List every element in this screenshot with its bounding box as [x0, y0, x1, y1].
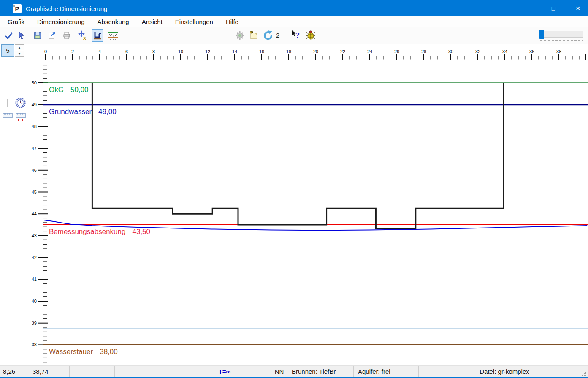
- export-icon[interactable]: [47, 30, 57, 41]
- svg-text:41: 41: [32, 277, 37, 282]
- svg-text:49: 49: [32, 102, 37, 107]
- svg-text:22: 22: [340, 49, 345, 54]
- maximize-button[interactable]: □: [544, 0, 563, 16]
- level-label-okg: OkG50,00: [49, 86, 89, 94]
- svg-text:24: 24: [367, 49, 372, 54]
- save-icon[interactable]: [33, 30, 43, 41]
- svg-text:0: 0: [44, 49, 47, 54]
- toolbar: x: [0, 27, 588, 44]
- svg-text:8: 8: [152, 49, 155, 54]
- interval-spinner: 5 ▲ ▼: [1, 44, 24, 57]
- window-title: Graphische Dimensionierung: [26, 5, 107, 12]
- svg-text:x: x: [83, 35, 86, 41]
- horizontal-ruler: 02468101214161820222426283032343638: [44, 49, 586, 60]
- status-aquifer: Aquifer: frei: [354, 366, 419, 377]
- resize-grip-icon[interactable]: [582, 372, 586, 376]
- svg-text:45: 45: [32, 190, 37, 195]
- svg-text:42: 42: [32, 255, 37, 260]
- soil-layers-icon[interactable]: [108, 30, 118, 41]
- cursor-crosshair: [43, 60, 588, 365]
- svg-text:10: 10: [178, 49, 183, 54]
- vertical-ruler: 50494847464544434241403938: [32, 65, 48, 362]
- zoom-slider[interactable]: [539, 30, 583, 42]
- drawdown-chart[interactable]: 0246810121416182022242628303234363850494…: [0, 44, 588, 365]
- svg-text:36: 36: [529, 49, 534, 54]
- menu-ansicht[interactable]: Ansicht: [135, 16, 169, 27]
- redraw-count: 2: [276, 32, 279, 39]
- debug-icon[interactable]: [305, 30, 315, 41]
- zoom-slider-track[interactable]: [539, 31, 583, 38]
- svg-text:47: 47: [32, 146, 37, 151]
- svg-text:18: 18: [286, 49, 291, 54]
- print-icon[interactable]: [62, 30, 72, 41]
- menu-einstellungen[interactable]: Einstellungen: [169, 16, 219, 27]
- svg-text:2: 2: [71, 49, 74, 54]
- svg-text:?: ?: [296, 31, 300, 40]
- confirm-icon[interactable]: [4, 30, 14, 41]
- svg-text:32: 32: [475, 49, 480, 54]
- svg-text:48: 48: [32, 124, 37, 129]
- svg-text:50: 50: [32, 80, 37, 85]
- spinner-value[interactable]: 5: [1, 44, 14, 57]
- plot-workspace: 0246810121416182022242628303234363850494…: [0, 44, 588, 365]
- status-cursor-y: 38,74: [30, 366, 70, 377]
- menu-bar: Grafik Dimensionierung Absenkung Ansicht…: [0, 16, 588, 27]
- svg-text:28: 28: [421, 49, 426, 54]
- context-help-icon[interactable]: ?: [291, 30, 301, 41]
- status-cell-7: [243, 366, 271, 377]
- level-label-wasserstauer: Wasserstauer38,00: [49, 348, 118, 356]
- menu-dimensionierung[interactable]: Dimensionierung: [31, 16, 91, 27]
- svg-text:38: 38: [556, 49, 561, 54]
- svg-text:43: 43: [32, 233, 37, 238]
- status-cell-5: [161, 366, 206, 377]
- zoom-slider-thumb[interactable]: [539, 30, 544, 39]
- svg-text:38: 38: [32, 342, 37, 347]
- status-file-text: Datei: gr-komplex: [480, 368, 529, 375]
- spinner-down-button[interactable]: ▼: [15, 51, 24, 57]
- level-label-bemessungsabsenkung: Bemessungsabsenkung43,50: [49, 228, 150, 236]
- status-cursor-x: 8,26: [0, 366, 30, 377]
- status-file: Datei: gr-komplex: [419, 366, 588, 377]
- minimize-button[interactable]: –: [519, 0, 539, 16]
- redraw-icon[interactable]: [263, 30, 273, 41]
- status-datum: NN: [271, 366, 287, 377]
- svg-text:6: 6: [125, 49, 128, 54]
- svg-text:14: 14: [232, 49, 237, 54]
- level-lines: [43, 83, 588, 345]
- zoom-slider-ticks: [540, 40, 583, 41]
- note-icon[interactable]: [249, 30, 259, 41]
- status-well-type: Brunnen: TiefBr: [287, 366, 354, 377]
- settings-gear-icon[interactable]: [235, 30, 245, 41]
- close-button[interactable]: ✕: [568, 0, 588, 16]
- svg-text:40: 40: [32, 299, 37, 304]
- svg-text:39: 39: [32, 321, 37, 326]
- menu-absenkung[interactable]: Absenkung: [91, 16, 135, 27]
- status-cell-4: [115, 366, 161, 377]
- svg-text:26: 26: [394, 49, 399, 54]
- pointer-icon[interactable]: [16, 30, 27, 41]
- status-bar: 8,26 38,74 T=∞ NN Brunnen: TiefBr Aquife…: [0, 365, 588, 378]
- menu-hilfe[interactable]: Hilfe: [219, 16, 245, 27]
- spinner-up-button[interactable]: ▲: [15, 44, 24, 50]
- svg-text:46: 46: [32, 168, 37, 173]
- app-window: P Graphische Dimensionierung – □ ✕ Grafi…: [0, 0, 588, 378]
- svg-text:4: 4: [98, 49, 101, 54]
- app-logo-icon: P: [13, 4, 22, 13]
- excavation-tool-icon[interactable]: [92, 29, 103, 42]
- svg-text:12: 12: [205, 49, 210, 54]
- svg-text:44: 44: [32, 211, 37, 216]
- level-label-grundwasser: Grundwasser49,00: [49, 108, 117, 116]
- svg-text:34: 34: [502, 49, 507, 54]
- status-time-mode: T=∞: [206, 366, 243, 377]
- move-annotation-icon[interactable]: x: [78, 30, 88, 41]
- title-bar: P Graphische Dimensionierung – □ ✕: [0, 0, 588, 16]
- svg-text:16: 16: [259, 49, 264, 54]
- status-cell-3: [70, 366, 115, 377]
- svg-text:20: 20: [313, 49, 318, 54]
- menu-grafik[interactable]: Grafik: [1, 16, 31, 27]
- svg-text:30: 30: [448, 49, 453, 54]
